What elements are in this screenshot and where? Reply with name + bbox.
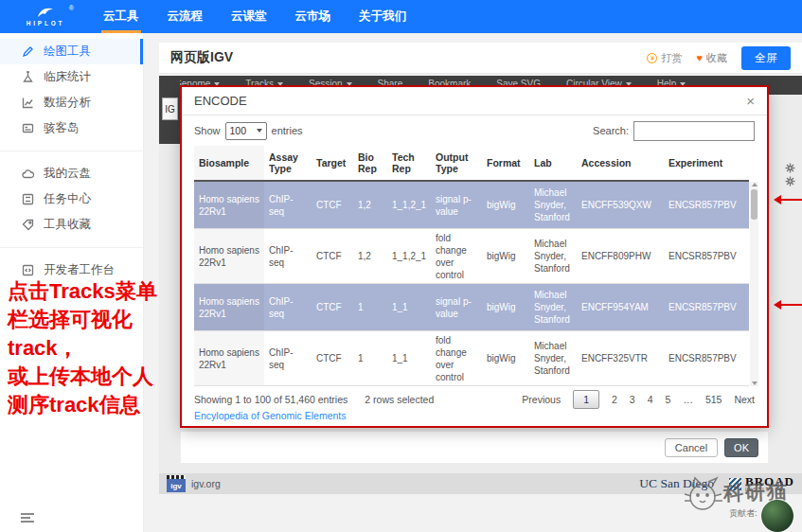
reward-button[interactable]: ¥ 打赏 [647,51,682,65]
reward-label: 打赏 [661,51,682,65]
annotation-line: 测序track信息 [8,391,206,419]
search-input[interactable] [633,121,755,141]
scroll-down-icon[interactable] [752,381,757,385]
sidebar-divider [0,247,143,248]
topnav-item[interactable]: 云流程 [153,0,218,33]
table-controls: Show 100 entries Search: [182,115,767,146]
page-ellipsis: … [683,394,693,405]
column-header[interactable]: Experiment [664,146,749,180]
table-row[interactable]: Homo sapiens 22Rv1ChIP-seqCTCF11_1signal… [194,284,749,331]
table-cell: fold change over control [431,331,482,385]
sidebar-item-label: 临床统计 [44,69,91,85]
sidebar-item-label: 任务中心 [44,191,91,207]
table-cell: Michael Snyder, Stanford [529,331,577,385]
table-row[interactable]: Homo sapiens 22Rv1ChIP-seqCTCF1,21_1,2_1… [194,229,749,284]
sidebar-item[interactable]: 临床统计 [0,64,143,90]
entries-select[interactable]: 100 [225,122,267,140]
table-cell: Michael Snyder, Stanford [529,229,577,283]
page-button[interactable]: 5 [666,394,671,405]
igv-locus-box[interactable]: IG [162,98,178,120]
ucsd-logo[interactable]: UC San Diego [639,476,714,491]
table-cell: bigWig [482,284,529,330]
table-cell: ENCFF954YAM [577,284,664,330]
column-header[interactable]: Lab [529,146,577,180]
bird-logo-icon [36,7,55,19]
broad-name: BROAD [745,475,794,488]
column-header[interactable]: Assay Type [264,146,312,180]
sidebar-item[interactable]: 绘图工具 [0,39,143,64]
hiplot-logo[interactable]: ® HIPLOT [15,7,76,27]
column-header[interactable]: Tech Rep [387,146,431,180]
chevron-down-icon [257,129,262,133]
page-button[interactable]: 4 [648,394,653,405]
column-header[interactable]: Bio Rep [353,146,387,180]
sidebar-item[interactable]: 我的云盘 [0,161,143,186]
column-header[interactable]: Target [312,146,353,180]
chart-icon [21,97,34,110]
sidebar-item[interactable]: 骇客岛 [0,115,143,141]
igv-footer: igv igv.org UC San Diego BROAD INSTITUTE [159,473,802,494]
encode-link[interactable]: Encylopedia of Genomic Elements [194,410,347,421]
page-button[interactable]: 515 [705,394,722,405]
annotation-line: 或上传本地个人 [8,363,206,391]
broad-glyph-icon [729,478,741,490]
table-body: Homo sapiens 22Rv1ChIP-seqCTCF1,21_1,2_1… [194,182,749,386]
topnav-item[interactable]: 云市场 [281,0,346,33]
page-button[interactable]: 1 [573,390,599,409]
column-header[interactable]: Output Type [431,146,482,180]
scrollbar-thumb[interactable] [751,189,757,220]
dialog-footer: Cancel OK [180,432,769,464]
sidebar-item[interactable]: 工具收藏 [0,212,143,238]
column-header[interactable]: Format [482,146,529,180]
table-row[interactable]: Homo sapiens 22Rv1ChIP-seqCTCF11_1fold c… [194,331,749,386]
scroll-up-icon[interactable] [752,183,757,186]
show-label: Show [194,125,221,136]
table-cell: 1 [353,331,387,385]
table-cell: ENCFF809PHW [577,229,664,283]
registered-mark: ® [69,5,74,11]
table-cell: 1_1 [387,284,431,330]
close-icon[interactable]: × [746,94,755,108]
igv-site-link[interactable]: igv.org [191,478,221,489]
previous-button[interactable]: Previous [522,394,561,405]
column-header[interactable]: Accession [577,146,664,180]
pen-icon [21,45,34,59]
table-cell: ENCSR857PBV [664,284,749,330]
page-button[interactable]: 3 [630,394,635,405]
showing-info: Showing 1 to 100 of 51,460 entries [194,394,348,405]
fullscreen-button[interactable]: 全屏 [741,46,791,70]
broad-logo[interactable]: BROAD INSTITUTE [729,475,794,492]
topnav-item[interactable]: 云课堂 [217,0,281,33]
encode-modal: ENCODE × Show 100 entries Search: [180,85,769,428]
sidebar-item[interactable]: 数据分析 [0,90,143,115]
sidebar-item-label: 我的云盘 [44,166,91,182]
topnav: ® HIPLOT 云工具云流程云课堂云市场关于我们 [0,0,802,33]
column-header[interactable]: Biosample [194,146,264,180]
table-cell: ENCFF539QXW [577,182,664,228]
sidebar-item-label: 工具收藏 [44,217,91,233]
card-header: 网页版IGV ¥ 打赏 ♥ 收藏 全屏 [159,43,802,74]
table-scrollbar[interactable] [750,182,758,386]
table-cell: ENCSR857PBV [664,331,749,385]
table-cell: CTCF [312,182,353,228]
topnav-item[interactable]: 关于我们 [345,0,420,33]
page-button[interactable]: 2 [612,394,617,405]
cancel-button[interactable]: Cancel [665,438,718,457]
tool-card: 网页版IGV ¥ 打赏 ♥ 收藏 全屏 GenomeTracksSessionS… [159,43,802,504]
table-cell: 1_1,2_1 [387,229,431,283]
rows-selected-info: 2 rows selected [365,394,434,405]
collapse-sidebar-icon[interactable] [21,511,34,524]
favorite-button[interactable]: ♥ 收藏 [696,51,727,65]
igv-logo[interactable]: igv [167,475,186,492]
table-cell: ENCFF325VTR [577,331,664,385]
cloud-icon [21,168,34,181]
pagination: Previous 12345…515 Next [522,390,755,409]
ok-button[interactable]: OK [724,438,758,457]
table-row[interactable]: Homo sapiens 22Rv1ChIP-seqCTCF1,21_1,2_1… [194,182,749,229]
table-cell: CTCF [312,331,353,385]
next-button[interactable]: Next [734,394,755,405]
track-gear-icon[interactable] [785,173,795,190]
topnav-item[interactable]: 云工具 [89,0,153,33]
tag-icon [21,219,34,232]
sidebar-item[interactable]: 任务中心 [0,186,143,212]
